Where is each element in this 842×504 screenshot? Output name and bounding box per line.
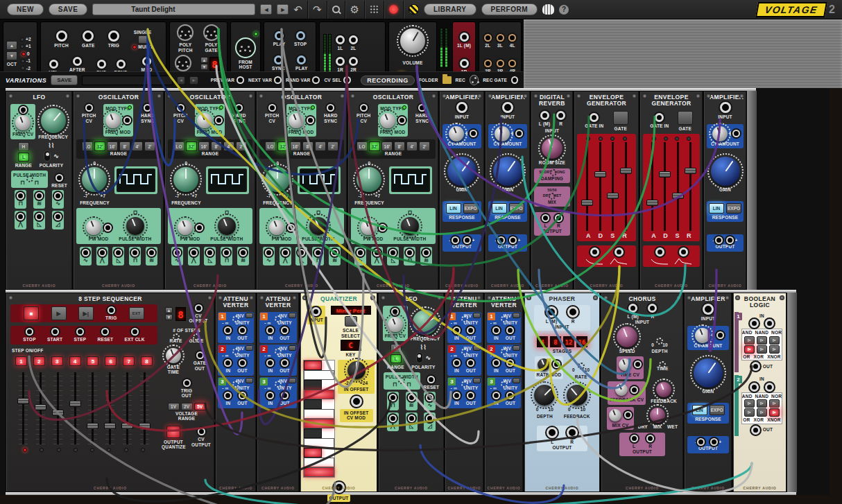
sus-jack[interactable] <box>97 60 106 69</box>
square-out-jack[interactable] <box>389 394 397 401</box>
bool2-in-b-jack[interactable] <box>765 383 774 392</box>
inv-button[interactable] <box>246 378 253 383</box>
saw-out-jack[interactable] <box>54 213 62 220</box>
amp-output-plus-jack[interactable] <box>463 236 471 244</box>
att-out-jack[interactable] <box>239 392 246 399</box>
out-4r-jack[interactable] <box>508 60 516 67</box>
prev-var-jack[interactable] <box>237 76 244 84</box>
seq-start-jack[interactable] <box>51 328 59 336</box>
mix-cv-knob[interactable] <box>609 409 621 422</box>
amp-output-minus-jack[interactable] <box>497 236 505 244</box>
pulse-out-jack[interactable] <box>131 249 139 257</box>
freq-mod-knob[interactable] <box>105 113 121 128</box>
ramp-out-jack[interactable] <box>35 213 43 220</box>
polarity-switch[interactable] <box>416 352 423 363</box>
quantizer-key[interactable] <box>304 448 322 458</box>
inv-button[interactable] <box>289 313 296 318</box>
pulse-out-jack[interactable] <box>314 249 322 257</box>
reverb-out-r-jack[interactable] <box>555 214 562 222</box>
att-out-jack[interactable] <box>239 327 246 334</box>
saw-out-jack[interactable] <box>389 249 397 257</box>
att-in-jack[interactable] <box>266 359 274 367</box>
range-2-button[interactable]: 2' <box>236 141 247 151</box>
step-button-3[interactable]: 3 <box>51 356 63 366</box>
sustain-slider[interactable] <box>673 142 682 231</box>
out-3l-jack[interactable] <box>497 34 504 42</box>
nor-button[interactable]: ⊳ <box>769 399 780 408</box>
gate-in-jack[interactable] <box>655 113 664 122</box>
gain-knob[interactable] <box>493 157 522 186</box>
sine-out-jack[interactable] <box>356 249 364 257</box>
stages-12-button[interactable]: 12 <box>563 336 574 347</box>
step-button-4[interactable]: 4 <box>69 356 81 366</box>
env-out-jack[interactable] <box>615 247 624 257</box>
step-slider-8[interactable] <box>140 372 149 444</box>
settings-gear-icon[interactable]: ⚙ <box>350 4 359 15</box>
hard-sync-jack[interactable] <box>235 104 243 112</box>
env-inv-out-jack[interactable] <box>590 247 599 257</box>
step-slider-1[interactable] <box>19 372 28 444</box>
bool1-out-jack[interactable] <box>751 362 760 371</box>
triangle-out-jack[interactable] <box>373 249 381 257</box>
inv-button[interactable] <box>513 345 520 351</box>
chorus-in-r-jack[interactable] <box>648 304 657 313</box>
cable-visibility-icon[interactable] <box>370 5 379 14</box>
mix-cv-jack[interactable] <box>624 411 632 419</box>
out-2r-jack[interactable] <box>349 57 358 66</box>
expo-button[interactable]: EXPO <box>509 203 524 214</box>
in-offset-cv-jack[interactable] <box>351 396 362 407</box>
decay-slider[interactable] <box>660 142 669 231</box>
saw-out-jack[interactable] <box>206 249 214 257</box>
range-32-button[interactable]: 32' <box>369 141 380 151</box>
from-host-jack[interactable] <box>235 37 256 58</box>
stages-4-button[interactable]: 4 <box>537 336 548 347</box>
pw-mod-knob[interactable] <box>269 220 284 235</box>
range-2-button[interactable]: 2' <box>144 141 155 151</box>
frequency-knob[interactable] <box>41 108 66 133</box>
range-8-button[interactable]: 8' <box>211 141 222 151</box>
att-out-jack[interactable] <box>239 359 246 367</box>
freq-mod-jack[interactable] <box>123 116 131 124</box>
pw-mod-jack[interactable] <box>379 224 386 232</box>
range-8-button[interactable]: 8' <box>394 141 405 151</box>
trig-out-jack[interactable] <box>183 379 191 387</box>
quantizer-key[interactable] <box>304 380 322 390</box>
inv-button[interactable] <box>473 345 481 351</box>
range-32-button[interactable]: 32' <box>277 141 289 151</box>
nand-button[interactable]: ⊳ <box>757 336 767 345</box>
range-4-button[interactable]: 4' <box>315 141 326 151</box>
manual-gate-button[interactable] <box>613 111 628 125</box>
att-in-jack[interactable] <box>492 327 500 334</box>
phaser-in-r-jack[interactable] <box>567 306 578 318</box>
range-1v-button[interactable]: 1V <box>168 403 180 410</box>
range-lo-button[interactable]: LO <box>356 141 368 151</box>
step-slider-6[interactable] <box>105 372 114 444</box>
xnor-button[interactable]: ⊳ <box>769 345 780 354</box>
amp-output-minus-jack[interactable] <box>715 236 723 244</box>
hard-sync-jack[interactable] <box>327 104 334 112</box>
pw-mod-knob[interactable] <box>178 220 193 235</box>
steps-down-button[interactable]: ▼ <box>165 314 173 320</box>
pulse-width-knob[interactable] <box>218 217 236 235</box>
amp-input-jack[interactable] <box>720 102 731 113</box>
variation-next-button[interactable]: ► <box>189 76 198 85</box>
freq-mod-knob[interactable] <box>380 113 395 128</box>
rec-gate-jack[interactable] <box>511 76 518 84</box>
poly-pitch-jack[interactable] <box>177 24 194 41</box>
new-button[interactable]: NEW <box>7 3 44 15</box>
xor-button[interactable]: ⊳ <box>757 345 767 354</box>
cv-amount-knob[interactable] <box>449 126 464 141</box>
pw-mod-knob[interactable] <box>86 220 101 235</box>
range-2-button[interactable]: 2' <box>419 141 430 151</box>
freq-mod-knob[interactable] <box>197 113 212 128</box>
rec-reel-icon[interactable] <box>470 75 479 85</box>
patch-name-field[interactable]: Taunt Delight <box>92 3 255 15</box>
or-button[interactable]: ⊳ <box>744 345 755 354</box>
gain-knob[interactable] <box>711 157 740 186</box>
quantizer-key[interactable] <box>304 370 334 380</box>
noise-out-jack[interactable] <box>239 249 247 257</box>
pitch-cv-jack[interactable] <box>268 104 276 112</box>
pulse-out-jack[interactable] <box>406 249 413 257</box>
scale-select-button[interactable] <box>345 316 357 327</box>
undo-icon[interactable]: ↶ <box>293 4 302 15</box>
